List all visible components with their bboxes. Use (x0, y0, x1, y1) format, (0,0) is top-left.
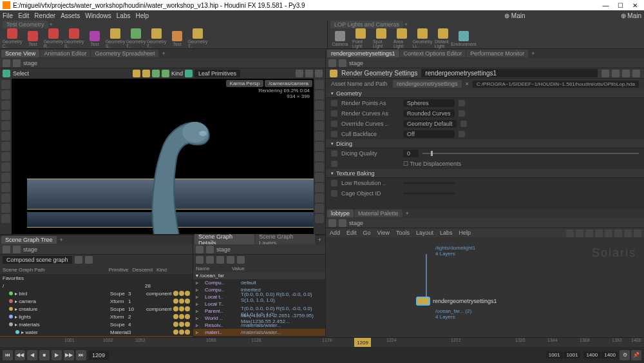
net-labs[interactable]: Labs (440, 230, 453, 236)
menu-labs[interactable]: Labs (117, 12, 131, 19)
vp-tool[interactable] (315, 214, 324, 223)
search-icon[interactable] (622, 70, 630, 77)
tab-geo-spread[interactable]: Geometry Spreadsheet (91, 50, 158, 57)
vp-tool[interactable] (1, 142, 10, 151)
current-frame-field[interactable]: 1209 (88, 351, 109, 360)
shelf-tool[interactable]: Test (86, 31, 103, 46)
vp-tool[interactable] (1, 173, 10, 182)
shelf-tool[interactable]: Geometry R.. (45, 28, 62, 48)
net-view[interactable]: View (377, 230, 390, 236)
leaf-icon[interactable] (185, 70, 193, 77)
vp-tool[interactable] (1, 132, 10, 141)
net-help[interactable]: Help (459, 230, 471, 236)
node-rgs[interactable]: rendergeometrysettings1 (416, 297, 497, 306)
vp-tool[interactable] (1, 80, 10, 89)
gear-icon[interactable] (601, 70, 609, 77)
timeline-cursor[interactable]: 1209 (354, 338, 371, 347)
tree-row[interactable]: ▸ birdScope3component (0, 289, 193, 297)
shelf-tab-testgeo[interactable]: Test Geometry (3, 21, 48, 28)
tab-anim-editor[interactable]: Animation Editor (40, 50, 90, 57)
network-view[interactable]: Add Edit Go View Tools Layout Labs Help … (326, 228, 644, 337)
dicing-quality-slider[interactable] (422, 153, 639, 154)
detail-row[interactable]: ▹materi../materials/water... (193, 329, 325, 336)
net-edit[interactable]: Edit (346, 230, 357, 236)
vp-tool[interactable] (315, 173, 324, 182)
close-icon[interactable]: × (466, 81, 469, 87)
tab-matpal[interactable]: Material Palette (354, 210, 402, 217)
vp-tool[interactable] (315, 111, 324, 120)
override-icon[interactable] (331, 121, 337, 127)
tool-ic3[interactable] (152, 70, 160, 77)
vp-tool[interactable] (1, 214, 10, 223)
first-frame-button[interactable]: ⏮ (3, 350, 13, 360)
parm-field[interactable]: Rounded Curves (403, 110, 455, 117)
tree-row[interactable]: Favorites (0, 274, 193, 282)
tab-scene-view[interactable]: Scene View (1, 50, 39, 57)
persp-button[interactable]: Karma Persp (226, 80, 264, 87)
menu-file[interactable]: File (3, 12, 13, 19)
vp-tool[interactable] (1, 193, 10, 202)
tree-row[interactable]: ▸ lightsXform2 (0, 313, 193, 320)
shelf-tool[interactable]: Test (24, 31, 41, 46)
tab-add[interactable]: + (159, 50, 167, 57)
leaf-label[interactable]: Leaf Primitives (194, 70, 240, 77)
vp-tool[interactable] (315, 101, 324, 110)
pin-icon[interactable] (612, 70, 620, 77)
shelf-tool[interactable]: Test (169, 31, 185, 46)
play-back-button[interactable]: ◀ (27, 350, 37, 360)
shelf-add-tab[interactable]: + (50, 21, 53, 28)
shelf-tool[interactable]: Geometry T.. (148, 28, 165, 48)
vp-tool[interactable] (315, 142, 324, 151)
net-tools[interactable]: Tools (396, 230, 410, 236)
tree-row[interactable]: ▸ waterMaterial3 (0, 328, 193, 336)
vp-tool[interactable] (315, 162, 324, 172)
asset-path[interactable]: C:/PROGRA~1/SIDEEF~1/HOUDIN~1.581/houdin… (473, 81, 639, 88)
shelf-tool[interactable]: Spot Light (373, 28, 390, 48)
shelf-tool[interactable]: Environment (455, 31, 472, 46)
net-layout[interactable]: Layout (416, 230, 433, 236)
maximize-button[interactable]: ☐ (614, 2, 627, 9)
sgd-path[interactable]: ▾ /ocean_far (196, 273, 224, 279)
tool-ic5[interactable] (296, 70, 303, 77)
tool-ic1[interactable] (133, 70, 140, 77)
last-frame-button[interactable]: ⏭ (76, 350, 86, 360)
tool-ic7[interactable] (315, 70, 323, 77)
close-button[interactable]: ✕ (629, 2, 641, 9)
menu-help[interactable]: Help (135, 12, 149, 19)
vp-tool[interactable] (1, 101, 10, 110)
tab-sgt[interactable]: Scene Graph Tree (1, 236, 57, 244)
net-go[interactable]: Go (363, 230, 371, 236)
path-stage[interactable]: stage (23, 60, 37, 66)
minimize-button[interactable]: — (599, 2, 612, 9)
vp-tool[interactable] (315, 132, 324, 141)
sgt-filter[interactable]: Composed scene graph (3, 256, 72, 264)
override-icon[interactable] (331, 150, 337, 157)
shelf-tool[interactable]: Geometry Li.. (414, 28, 431, 48)
vp-tool[interactable] (315, 193, 324, 202)
shelf-tool[interactable]: Camera (332, 31, 348, 46)
tree-row[interactable]: ▸ cameraXform1 (0, 297, 193, 305)
select-icon[interactable] (3, 70, 10, 77)
menu-render[interactable]: Render (34, 12, 55, 19)
range-start[interactable]: 1001 (546, 351, 563, 358)
tree-row[interactable]: /28 (0, 282, 193, 289)
vp-tool[interactable] (1, 183, 10, 192)
desktop-menu[interactable]: Main (511, 12, 526, 19)
parm-field[interactable]: Spheres (403, 99, 455, 107)
tab-ctx[interactable]: Context Options Editor (400, 50, 466, 57)
help-icon[interactable] (632, 70, 640, 77)
vp-tool[interactable] (1, 121, 10, 130)
true-disp-check[interactable]: ☐ True Displacements (403, 161, 461, 167)
tab-lobtype[interactable]: lobtype (327, 210, 354, 217)
range-end[interactable]: 1400 (583, 351, 600, 358)
vp-tool[interactable] (1, 162, 10, 172)
tool-ic4[interactable] (162, 70, 169, 77)
step-back-button[interactable]: ◀◀ (15, 350, 25, 360)
vp-tool[interactable] (315, 204, 324, 213)
vp-tool[interactable] (1, 152, 10, 161)
tab-perf[interactable]: Performance Monitor (466, 50, 528, 57)
shelf-tool[interactable]: Point Light (352, 28, 369, 48)
shelf-tool[interactable]: Geometry T.. (189, 28, 206, 48)
pin-icon[interactable]: 📌 (631, 350, 641, 360)
play-button[interactable]: ▶ (52, 350, 62, 360)
